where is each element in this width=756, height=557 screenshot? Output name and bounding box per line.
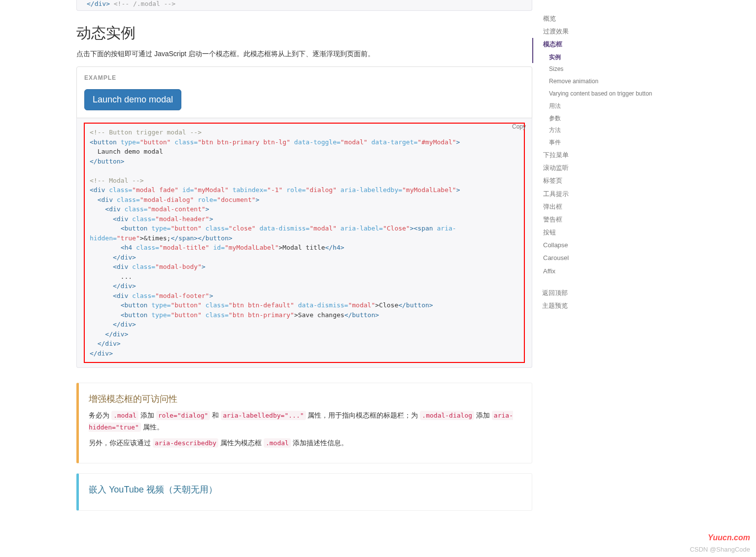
section-lead: 点击下面的按钮即可通过 JavaScript 启动一个模态框。此模态框将从上到下… [76,48,532,59]
code-inline: aria-describedby [153,438,218,448]
nav-list: 概览过渡效果模态框实例SizesRemove animationVarying … [532,12,665,278]
nav-item[interactable]: Remove animation [532,75,665,88]
code-block: Copy <!-- Button trigger modal --> <butt… [76,118,532,368]
callout-title: 嵌入 YouTube 视频（天朝无用） [89,484,522,495]
nav-item[interactable]: 过渡效果 [532,25,665,38]
callout-text: 务必为 .modal 添加 role="dialog" 和 aria-label… [89,410,522,433]
nav-item[interactable]: 方法 [532,124,665,136]
nav-item[interactable]: 概览 [532,12,665,25]
nav-item[interactable]: 下拉菜单 [532,149,665,162]
nav-item[interactable]: 参数 [532,112,665,125]
example-box: EXAMPLE Launch demo modal [76,66,532,118]
nav-item[interactable]: Varying content based on trigger button [532,88,665,100]
nav-item[interactable]: 滚动监听 [532,162,665,174]
code-pre: <!-- Button trigger modal --> <button ty… [90,128,519,358]
theme-preview-link[interactable]: 主题预览 [532,299,665,312]
sidebar-nav: 概览过渡效果模态框实例SizesRemove animationVarying … [532,0,665,540]
nav-item[interactable]: 按钮 [532,226,665,239]
code-text: </div> [87,0,110,7]
nav-item[interactable]: 警告框 [532,213,665,226]
truncated-code-top: </div> <!-- /.modal --> [76,0,532,11]
nav-item[interactable]: 模态框 [532,38,665,51]
nav-item[interactable]: 事件 [532,136,665,149]
main-content: </div> <!-- /.modal --> 动态实例 点击下面的按钮即可通过… [0,0,532,540]
callout-title: 增强模态框的可访问性 [89,393,522,405]
code-comment: <!-- /.modal --> [114,0,175,7]
code-inline: .modal [264,438,291,448]
code-inline: .modal [111,411,138,420]
code-inline: .modal-dialog [420,411,474,420]
example-label: EXAMPLE [84,74,116,81]
nav-item[interactable]: Sizes [532,63,665,75]
code-inline: role="dialog" [156,411,210,420]
brand-watermark: Yuucn.com [708,533,750,540]
nav-item[interactable]: Carousel [532,252,665,264]
nav-item[interactable]: 用法 [532,100,665,112]
nav-item[interactable]: 标签页 [532,174,665,187]
callout-youtube: 嵌入 YouTube 视频（天朝无用） [76,473,532,511]
nav-item[interactable]: Affix [532,265,665,278]
callout-text: 另外，你还应该通过 aria-describedby 属性为模态框 .modal… [89,437,522,449]
code-inline: aria-labelledby="..." [221,411,306,420]
section-title: 动态实例 [76,23,532,43]
nav-item[interactable]: 工具提示 [532,188,665,200]
launch-demo-button[interactable]: Launch demo modal [84,89,181,110]
copy-button[interactable]: Copy [512,123,526,130]
back-to-top-link[interactable]: 返回顶部 [532,287,665,299]
code-highlight-box: <!-- Button trigger modal --> <button ty… [84,123,525,363]
callout-accessibility: 增强模态框的可访问性 务必为 .modal 添加 role="dialog" 和… [76,383,532,463]
nav-item[interactable]: 弹出框 [532,200,665,213]
nav-item[interactable]: Collapse [532,239,665,252]
nav-item[interactable]: 实例 [532,51,665,64]
